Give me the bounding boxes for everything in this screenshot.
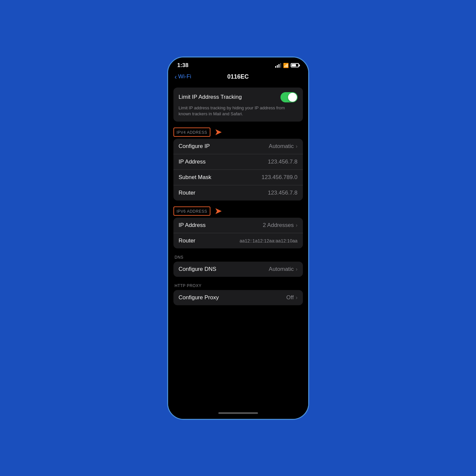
ipv4-address-row: IP Address 123.456.7.8: [173, 154, 303, 170]
ipv6-router-value: aa12::1a12:12aa:aa12:10aa: [239, 238, 297, 243]
wifi-icon: 📶: [283, 63, 289, 68]
ip-tracking-label: Limit IP Address Tracking: [179, 94, 242, 100]
ipv4-router-label: Router: [179, 190, 196, 196]
ipv6-router-label: Router: [179, 238, 196, 244]
ipv4-address-label: IP Address: [179, 159, 206, 165]
ip-tracking-row: Limit IP Address Tracking: [179, 92, 298, 102]
ipv6-address-value: 2 Addresses: [263, 222, 294, 229]
proxy-section-label: HTTP PROXY: [173, 283, 303, 288]
status-bar: 1:38 📶: [168, 57, 308, 71]
ipv4-router-value: 123.456.7.8: [268, 190, 298, 196]
configure-proxy-chevron: ›: [296, 295, 297, 301]
ipv4-header-row: IPV4 ADDRESS ➤: [173, 128, 303, 137]
ipv6-label-box: IPV6 ADDRESS: [173, 206, 211, 216]
ipv4-address-value: 123.456.7.8: [268, 159, 298, 165]
configure-dns-label: Configure DNS: [179, 266, 216, 273]
configure-dns-value: Automatic: [269, 266, 294, 273]
home-indicator: [168, 408, 308, 419]
proxy-settings-card: Configure Proxy Off ›: [173, 290, 303, 305]
configure-dns-value-group: Automatic ›: [269, 266, 298, 273]
signal-icon: [275, 63, 281, 68]
ip-tracking-toggle[interactable]: [280, 92, 298, 102]
configure-proxy-label: Configure Proxy: [179, 294, 219, 301]
ip-tracking-card: Limit IP Address Tracking Limit IP addre…: [173, 88, 303, 122]
configure-proxy-value: Off: [286, 294, 294, 301]
ipv6-address-row[interactable]: IP Address 2 Addresses ›: [173, 218, 303, 233]
ipv4-section-label: IPV4 ADDRESS: [177, 130, 207, 135]
toggle-knob: [288, 93, 297, 102]
ip-tracking-description: Limit IP address tracking by hiding your…: [179, 105, 298, 117]
configure-ip-row[interactable]: Configure IP Automatic ›: [173, 139, 303, 154]
chevron-left-icon: ‹: [175, 73, 177, 81]
ipv6-address-value-group: 2 Addresses ›: [263, 222, 298, 229]
configure-proxy-row[interactable]: Configure Proxy Off ›: [173, 290, 303, 305]
ipv6-address-label: IP Address: [179, 222, 206, 229]
configure-ip-chevron: ›: [296, 143, 297, 149]
status-time: 1:38: [177, 62, 189, 69]
ipv6-address-chevron: ›: [296, 222, 297, 228]
phone-frame: 1:38 📶 ‹ Wi-Fi 0116EC: [167, 56, 309, 420]
configure-ip-value: Automatic: [269, 143, 294, 150]
configure-ip-value-group: Automatic ›: [269, 143, 298, 150]
configure-dns-row[interactable]: Configure DNS Automatic ›: [173, 262, 303, 277]
back-label: Wi-Fi: [178, 73, 191, 80]
configure-ip-label: Configure IP: [179, 143, 210, 150]
battery-icon: [291, 63, 299, 67]
settings-content[interactable]: Limit IP Address Tracking Limit IP addre…: [168, 84, 308, 408]
ipv6-settings-card: IP Address 2 Addresses › Router aa12::1a…: [173, 218, 303, 248]
ipv4-arrow-annotation: ➤: [214, 128, 222, 137]
home-bar: [218, 412, 258, 414]
ipv6-arrow-annotation: ➤: [214, 206, 222, 216]
page-title: 0116EC: [227, 73, 249, 80]
dns-settings-card: Configure DNS Automatic ›: [173, 262, 303, 277]
ipv4-settings-card: Configure IP Automatic › IP Address 123.…: [173, 139, 303, 201]
ipv4-router-row: Router 123.456.7.8: [173, 185, 303, 201]
ipv6-router-row: Router aa12::1a12:12aa:aa12:10aa: [173, 233, 303, 248]
subnet-mask-row: Subnet Mask 123.456.789.0: [173, 170, 303, 185]
subnet-mask-label: Subnet Mask: [179, 174, 211, 181]
ipv6-section-label: IPV6 ADDRESS: [177, 209, 207, 214]
status-icons: 📶: [275, 63, 299, 68]
subnet-mask-value: 123.456.789.0: [262, 174, 298, 181]
configure-proxy-value-group: Off ›: [286, 294, 298, 301]
ipv6-header-row: IPV6 ADDRESS ➤: [173, 206, 303, 216]
ipv4-label-box: IPV4 ADDRESS: [173, 128, 211, 137]
back-button[interactable]: ‹ Wi-Fi: [175, 73, 191, 81]
nav-bar: ‹ Wi-Fi 0116EC: [168, 71, 308, 84]
dns-section-label: DNS: [173, 255, 303, 260]
configure-dns-chevron: ›: [296, 266, 297, 272]
